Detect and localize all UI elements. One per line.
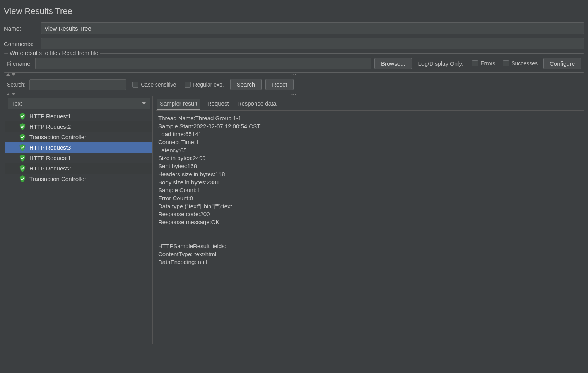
regex-checkbox[interactable] [185, 82, 191, 88]
successes-label: Successes [511, 60, 538, 66]
tree-item-label: Transaction Controller [29, 175, 86, 182]
tree-item-label: Transaction Controller [29, 134, 86, 140]
file-legend: Write results to file / Read from file [8, 49, 100, 56]
logdisplay-label: Log/Display Only: [418, 60, 464, 67]
browse-button[interactable]: Browse... [374, 58, 412, 69]
case-checkbox[interactable] [132, 82, 138, 88]
comments-label: Comments: [4, 41, 41, 47]
shield-check-icon [19, 165, 26, 172]
comments-input[interactable] [41, 38, 584, 49]
grip-icon: ⋮ [152, 218, 157, 222]
reset-button[interactable]: Reset [265, 79, 294, 90]
tab-response-data[interactable]: Response data [236, 99, 278, 110]
search-button[interactable]: Search [230, 79, 262, 90]
errors-label: Errors [480, 60, 495, 66]
successes-checkbox[interactable] [503, 60, 509, 66]
name-label: Name: [4, 25, 41, 32]
splitter-bar-2[interactable] [4, 92, 584, 96]
tree-item-label: HTTP Request2 [29, 123, 71, 130]
shield-check-icon [19, 134, 26, 141]
expand-down-icon[interactable] [12, 73, 15, 76]
tree-item-label: HTTP Request1 [29, 155, 71, 161]
search-input[interactable] [29, 79, 126, 90]
tab-request[interactable]: Request [206, 99, 231, 110]
shield-check-icon [19, 113, 26, 120]
expand-up-icon[interactable] [6, 73, 10, 76]
tree-item[interactable]: HTTP Request2 [5, 121, 152, 132]
results-tree[interactable]: HTTP Request1 HTTP Request2 Transaction … [5, 111, 152, 344]
filename-label: Filename [7, 60, 31, 67]
case-label: Case sensitive [141, 82, 176, 88]
splitter-bar-1[interactable] [4, 73, 584, 77]
file-fieldset: Write results to file / Read from file F… [4, 53, 584, 73]
configure-button[interactable]: Configure [543, 58, 581, 69]
tree-item[interactable]: HTTP Request2 [5, 163, 152, 174]
tab-sampler-result[interactable]: Sampler result [157, 99, 200, 110]
renderer-dropdown[interactable]: Text [8, 98, 150, 109]
regex-checkbox-wrap[interactable]: Regular exp. [185, 82, 224, 88]
expand-down-icon-2[interactable] [12, 93, 15, 95]
shield-check-icon [19, 123, 26, 130]
tree-item-label: HTTP Request3 [29, 144, 71, 151]
expand-up-icon-2[interactable] [6, 93, 10, 95]
errors-checkbox-wrap[interactable]: Errors [472, 60, 495, 66]
tree-item[interactable]: HTTP Request3 [5, 142, 152, 153]
regex-label: Regular exp. [193, 82, 224, 88]
name-input[interactable] [41, 22, 584, 34]
tree-item[interactable]: Transaction Controller [5, 174, 152, 184]
shield-check-icon [19, 144, 26, 151]
tree-item[interactable]: Transaction Controller [5, 132, 152, 142]
successes-checkbox-wrap[interactable]: Successes [503, 60, 538, 66]
renderer-dropdown-value: Text [12, 100, 22, 107]
page-title: View Results Tree [4, 6, 584, 16]
tree-item-label: HTTP Request2 [29, 165, 71, 172]
filename-input[interactable] [35, 58, 371, 69]
case-checkbox-wrap[interactable]: Case sensitive [132, 82, 176, 88]
tree-item[interactable]: HTTP Request1 [5, 111, 152, 121]
shield-check-icon [19, 175, 26, 182]
sampler-details: Thread Name:Thread Group 1-1 Sample Star… [156, 111, 584, 270]
shield-check-icon [19, 155, 26, 162]
errors-checkbox[interactable] [472, 60, 478, 66]
vertical-splitter[interactable]: ⋮ [153, 96, 156, 344]
search-label: Search: [7, 82, 26, 88]
tree-item[interactable]: HTTP Request1 [5, 153, 152, 163]
tree-item-label: HTTP Request1 [29, 113, 71, 119]
chevron-down-icon [142, 102, 146, 105]
